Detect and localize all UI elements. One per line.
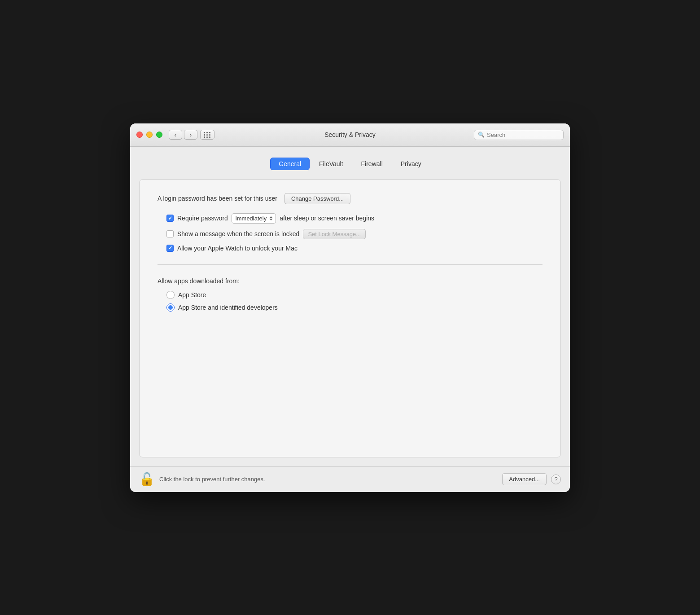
forward-button[interactable]: › bbox=[184, 130, 197, 140]
settings-panel: A login password has been set for this u… bbox=[139, 179, 561, 457]
app-store-radio[interactable] bbox=[166, 291, 175, 299]
tab-filevault[interactable]: FileVault bbox=[311, 158, 351, 170]
require-password-row: Require password immediately after sleep… bbox=[158, 213, 542, 224]
window-title: Security & Privacy bbox=[324, 131, 376, 138]
back-button[interactable]: ‹ bbox=[169, 130, 182, 140]
search-icon: 🔍 bbox=[478, 132, 485, 138]
app-store-label: App Store bbox=[178, 291, 206, 299]
lock-text: Click the lock to prevent further change… bbox=[159, 476, 265, 483]
apple-watch-row: Allow your Apple Watch to unlock your Ma… bbox=[158, 245, 542, 252]
app-store-developers-radio-row: App Store and identified developers bbox=[158, 303, 542, 312]
tab-privacy[interactable]: Privacy bbox=[392, 158, 430, 170]
set-lock-message-button: Set Lock Message... bbox=[303, 229, 366, 239]
tab-firewall[interactable]: Firewall bbox=[353, 158, 391, 170]
apps-section-label: Allow apps downloaded from: bbox=[158, 277, 542, 285]
content-area: General FileVault Firewall Privacy A log… bbox=[130, 147, 570, 466]
app-store-developers-radio[interactable] bbox=[166, 303, 175, 312]
help-button[interactable]: ? bbox=[551, 474, 561, 484]
tabs: General FileVault Firewall Privacy bbox=[139, 158, 561, 170]
password-row: A login password has been set for this u… bbox=[158, 193, 542, 204]
grid-view-button[interactable] bbox=[200, 130, 214, 140]
apple-watch-checkbox[interactable] bbox=[166, 245, 174, 252]
show-message-checkbox[interactable] bbox=[166, 230, 174, 237]
grid-icon bbox=[204, 132, 211, 138]
chevron-up-icon bbox=[269, 216, 273, 218]
maximize-button[interactable] bbox=[156, 132, 162, 138]
main-window: ‹ › Security & Privacy 🔍 General FileVau… bbox=[130, 123, 570, 492]
titlebar: ‹ › Security & Privacy 🔍 bbox=[130, 123, 570, 147]
require-password-checkbox[interactable] bbox=[166, 215, 174, 222]
search-input[interactable] bbox=[487, 132, 560, 138]
password-label: A login password has been set for this u… bbox=[158, 195, 277, 202]
minimize-button[interactable] bbox=[146, 132, 153, 138]
password-timing-value: immediately bbox=[236, 215, 267, 222]
password-timing-dropdown[interactable]: immediately bbox=[232, 213, 276, 224]
change-password-button[interactable]: Change Password... bbox=[284, 193, 350, 204]
show-message-label: Show a message when the screen is locked bbox=[177, 230, 299, 237]
section-divider bbox=[158, 264, 542, 265]
chevron-down-icon bbox=[269, 219, 273, 220]
apple-watch-label: Allow your Apple Watch to unlock your Ma… bbox=[177, 245, 298, 252]
nav-buttons: ‹ › bbox=[169, 130, 197, 140]
bottom-right: Advanced... ? bbox=[502, 473, 561, 485]
tab-general[interactable]: General bbox=[270, 158, 310, 170]
dropdown-arrows-icon bbox=[269, 216, 273, 220]
close-button[interactable] bbox=[136, 132, 143, 138]
app-store-radio-row: App Store bbox=[158, 291, 542, 299]
show-message-row: Show a message when the screen is locked… bbox=[158, 229, 542, 239]
search-bar[interactable]: 🔍 bbox=[474, 130, 564, 140]
lock-icon[interactable]: 🔓 bbox=[139, 473, 155, 486]
bottom-bar: 🔓 Click the lock to prevent further chan… bbox=[130, 466, 570, 492]
traffic-lights bbox=[136, 132, 162, 138]
advanced-button[interactable]: Advanced... bbox=[502, 473, 547, 485]
require-password-label: Require password bbox=[177, 215, 228, 222]
require-password-suffix: after sleep or screen saver begins bbox=[280, 215, 374, 222]
app-store-developers-label: App Store and identified developers bbox=[178, 304, 278, 311]
